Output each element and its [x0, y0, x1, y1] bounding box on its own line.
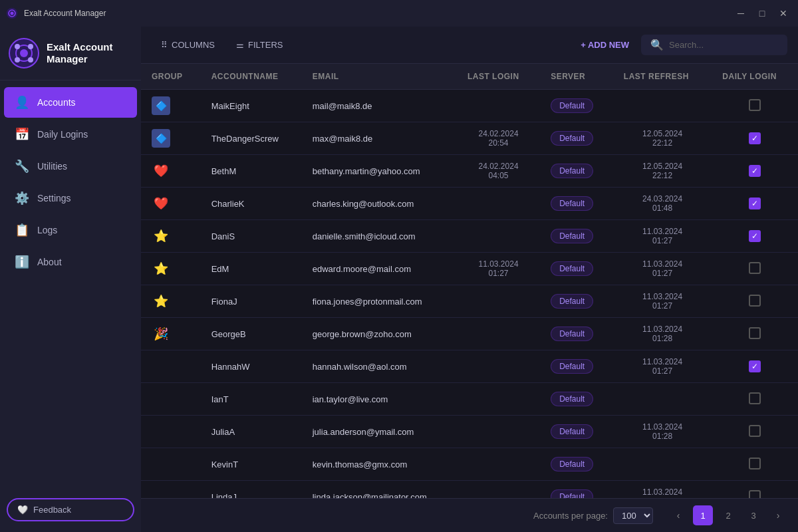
- title-bar-left: Exalt Account Manager: [5, 7, 106, 20]
- main-content: ⠿ COLUMNS ⚌ FILTERS + ADD NEW 🔍 Group: [141, 27, 798, 532]
- daily-login-checkbox[interactable]: [749, 132, 761, 144]
- cell-last-refresh: 11.03.202401:27: [613, 285, 712, 318]
- cell-server: Default: [540, 122, 613, 155]
- sidebar-item-daily-logins[interactable]: 📅 Daily Logins: [4, 119, 137, 150]
- sidebar-logo-icon: [8, 37, 40, 69]
- cell-accountname: FionaJ: [201, 285, 302, 318]
- cell-daily-login: [712, 155, 798, 188]
- cell-server: Default: [540, 220, 613, 253]
- cell-group: [141, 416, 201, 448]
- daily-login-checkbox[interactable]: [749, 392, 761, 404]
- daily-login-checkbox[interactable]: [749, 99, 761, 111]
- daily-login-checkbox[interactable]: [749, 262, 761, 274]
- cell-last-login: 24.02.202420:54: [457, 122, 540, 155]
- cell-email: bethany.martin@yahoo.com: [302, 155, 457, 188]
- close-button[interactable]: ✕: [774, 6, 793, 21]
- daily-login-checkbox[interactable]: [749, 458, 761, 469]
- title-bar-title: Exalt Account Manager: [24, 9, 106, 18]
- table-row: ❤️ BethM bethany.martin@yahoo.com 24.02.…: [141, 155, 798, 188]
- daily-login-checkbox[interactable]: [749, 490, 761, 499]
- sidebar: Exalt Account Manager 👤 Accounts 📅 Daily…: [0, 27, 141, 532]
- cell-accountname: IanT: [201, 383, 302, 416]
- sidebar-item-accounts[interactable]: 👤 Accounts: [4, 87, 137, 118]
- app-body: Exalt Account Manager 👤 Accounts 📅 Daily…: [0, 27, 798, 532]
- cell-last-refresh: 24.03.202401:48: [613, 188, 712, 220]
- cell-group: ❤️: [141, 155, 201, 188]
- cell-server: Default: [540, 90, 613, 122]
- filters-label: FILTERS: [248, 40, 283, 50]
- search-input[interactable]: [669, 40, 778, 50]
- sidebar-item-settings[interactable]: ⚙️ Settings: [4, 183, 137, 213]
- sidebar-item-label-accounts: Accounts: [37, 97, 76, 108]
- prev-page-button[interactable]: ‹: [669, 506, 688, 525]
- page-2-button[interactable]: 2: [718, 505, 738, 525]
- table-row: LindaJ linda.jackson@mailinator.com Defa…: [141, 481, 798, 499]
- cell-last-refresh: 11.03.202401:27: [613, 350, 712, 383]
- cell-daily-login: [712, 122, 798, 155]
- feedback-button[interactable]: 🤍 Feedback: [7, 498, 134, 521]
- columns-icon: ⠿: [161, 40, 168, 50]
- cell-daily-login: [712, 448, 798, 481]
- sidebar-item-about[interactable]: ℹ️ About: [4, 247, 137, 277]
- cell-last-refresh: 11.03.202401:28: [613, 481, 712, 499]
- cell-last-refresh: 12.05.202422:12: [613, 122, 712, 155]
- cell-group: ⭐: [141, 253, 201, 285]
- sidebar-logo: Exalt Account Manager: [0, 27, 141, 80]
- cell-server: Default: [540, 155, 613, 188]
- daily-login-checkbox[interactable]: [749, 295, 761, 307]
- cell-last-refresh: 11.03.202401:28: [613, 318, 712, 350]
- cell-last-login: [457, 220, 540, 253]
- svg-point-5: [20, 49, 28, 57]
- daily-login-checkbox[interactable]: [749, 327, 761, 339]
- table-row: 🎉 GeorgeB george.brown@zoho.com Default …: [141, 318, 798, 350]
- table-row: ⭐ DaniS danielle.smith@icloud.com Defaul…: [141, 220, 798, 253]
- cell-daily-login: [712, 285, 798, 318]
- cell-accountname: MaikEight: [201, 90, 302, 122]
- page-1-button[interactable]: 1: [693, 505, 713, 525]
- cell-last-login: 24.02.202404:05: [457, 155, 540, 188]
- toolbar: ⠿ COLUMNS ⚌ FILTERS + ADD NEW 🔍: [141, 27, 798, 64]
- maximize-button[interactable]: □: [753, 6, 771, 21]
- minimize-button[interactable]: ─: [732, 6, 750, 21]
- cell-accountname: JuliaA: [201, 416, 302, 448]
- col-server: Server: [540, 64, 613, 90]
- filters-button[interactable]: ⚌ FILTERS: [227, 36, 293, 54]
- sidebar-item-utilities[interactable]: 🔧 Utilities: [4, 151, 137, 182]
- daily-login-checkbox[interactable]: [749, 230, 761, 242]
- cell-last-login: 11.03.202401:27: [457, 253, 540, 285]
- cell-accountname: BethM: [201, 155, 302, 188]
- cell-accountname: KevinT: [201, 448, 302, 481]
- add-new-button[interactable]: + ADD NEW: [571, 36, 638, 54]
- per-page-select[interactable]: 25 50 100 200: [613, 507, 653, 524]
- per-page-label: Accounts per page:: [533, 511, 608, 521]
- sidebar-item-logs[interactable]: 📋 Logs: [4, 215, 137, 245]
- cell-daily-login: [712, 318, 798, 350]
- next-page-button[interactable]: ›: [769, 506, 787, 525]
- table-row: JuliaA julia.anderson@ymail.com Default …: [141, 416, 798, 448]
- search-icon: 🔍: [650, 39, 664, 51]
- cell-email: danielle.smith@icloud.com: [302, 220, 457, 253]
- daily-login-checkbox[interactable]: [749, 360, 761, 372]
- cell-last-login: [457, 416, 540, 448]
- svg-point-2: [11, 12, 14, 15]
- cell-last-refresh: 11.03.202401:28: [613, 416, 712, 448]
- cell-daily-login: [712, 90, 798, 122]
- cell-email: linda.jackson@mailinator.com: [302, 481, 457, 499]
- cell-last-refresh: [613, 90, 712, 122]
- sidebar-item-label-logs: Logs: [37, 225, 57, 235]
- cell-server: Default: [540, 448, 613, 481]
- table-row: HannahW hannah.wilson@aol.com Default 11…: [141, 350, 798, 383]
- columns-button[interactable]: ⠿ COLUMNS: [152, 36, 224, 54]
- accounts-table-wrapper: Group Accountname Email Last Login Serve…: [141, 64, 798, 498]
- page-3-button[interactable]: 3: [743, 505, 763, 525]
- daily-login-checkbox[interactable]: [749, 165, 761, 177]
- cell-accountname: EdM: [201, 253, 302, 285]
- daily-login-checkbox[interactable]: [749, 198, 761, 209]
- sidebar-item-label-daily-logins: Daily Logins: [37, 129, 88, 140]
- table-row: IanT ian.taylor@live.com Default: [141, 383, 798, 416]
- cell-last-refresh: 11.03.202401:27: [613, 253, 712, 285]
- cell-email: hannah.wilson@aol.com: [302, 350, 457, 383]
- cell-email: kevin.thomas@gmx.com: [302, 448, 457, 481]
- daily-login-checkbox[interactable]: [749, 425, 761, 437]
- about-icon: ℹ️: [15, 255, 29, 269]
